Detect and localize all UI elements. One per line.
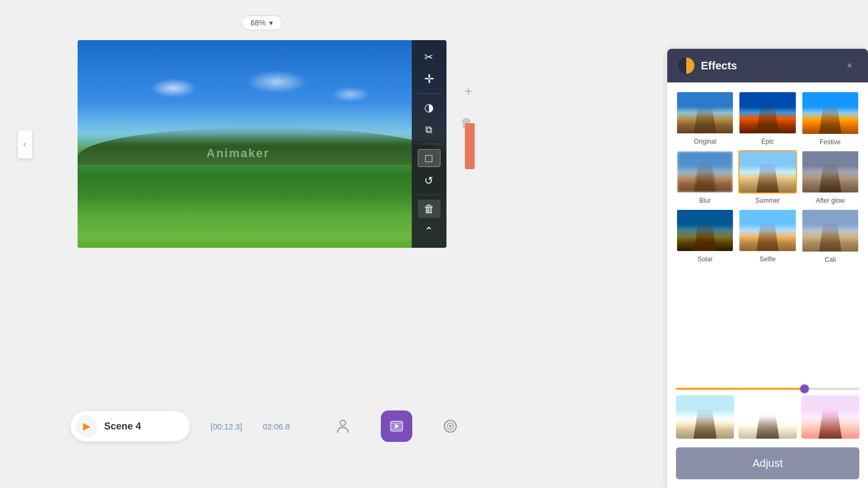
effect-label-selfie: Selfie xyxy=(760,255,776,263)
svg-point-6 xyxy=(447,423,454,429)
clouds-overlay xyxy=(114,57,410,119)
effect-thumb-epic xyxy=(738,91,796,134)
intensity-slider-track[interactable] xyxy=(676,388,859,390)
move-tool[interactable]: ✛ xyxy=(418,70,441,88)
effect-thumb-blur xyxy=(676,150,734,194)
left-arrow-button[interactable]: ‹ xyxy=(18,130,32,158)
trees-overlay xyxy=(78,127,446,165)
more-thumb-1[interactable] xyxy=(676,395,734,439)
zoom-control[interactable]: 68% ▾ xyxy=(241,15,282,30)
effect-item-epic[interactable]: Epic xyxy=(738,91,796,146)
scene-name: Scene 4 xyxy=(104,421,141,432)
more-thumb-2[interactable] xyxy=(738,395,796,439)
scissors-tool[interactable]: ✂ xyxy=(418,48,441,66)
effect-thumb-solar xyxy=(676,209,734,252)
toolbar-separator-2 xyxy=(415,144,443,144)
video-clips-button[interactable] xyxy=(381,410,412,442)
toolbar-separator-1 xyxy=(415,93,443,94)
effect-item-solar[interactable]: Solar xyxy=(676,209,734,264)
effects-title: Effects xyxy=(701,60,835,72)
intensity-slider-row xyxy=(667,384,868,395)
effects-header: Effects × xyxy=(667,49,868,82)
color-tool[interactable]: ◑ xyxy=(418,98,441,116)
effect-item-summer[interactable]: Summer xyxy=(738,150,796,205)
video-toolbar: ✂ ✛ ◑ ⧉ □ ↺ 🗑 ⌃ xyxy=(412,40,446,248)
effect-label-cali: Cali xyxy=(825,256,836,264)
effect-item-cali[interactable]: Cali xyxy=(801,209,859,264)
effect-item-festive[interactable]: Festive xyxy=(801,91,859,146)
video-frame: Animaker ✂ ✛ ◑ ⧉ □ ↺ 🗑 ⌃ xyxy=(78,40,446,248)
effects-close-button[interactable]: × xyxy=(842,58,857,73)
effect-item-original[interactable]: Original xyxy=(676,91,734,146)
video-container: ‹ Animaker ✂ ✛ ◑ ⧉ □ ↺ 🗑 ⌃ xyxy=(78,40,446,248)
effect-thumb-selfie xyxy=(738,209,796,252)
effect-thumb-afterglow xyxy=(801,150,859,194)
effect-item-selfie[interactable]: Selfie xyxy=(738,209,796,264)
time-duration: 02:06.8 xyxy=(263,422,290,431)
video-background: Animaker xyxy=(78,40,446,248)
play-icon: ▶ xyxy=(83,420,91,432)
toolbar-separator-3 xyxy=(415,195,443,195)
zoom-value: 68% xyxy=(251,18,266,27)
rotate-tool[interactable]: ↺ xyxy=(418,171,441,189)
effect-thumb-cali xyxy=(801,209,859,253)
zoom-dropdown-icon: ▾ xyxy=(269,18,273,27)
target-icon[interactable] xyxy=(439,415,461,437)
bottom-controls: ▶ Scene 4 [00:12.3] 02:06.8 xyxy=(71,410,461,442)
effects-grid: Original Epic Festive xyxy=(667,82,868,384)
more-effects-row xyxy=(667,395,868,444)
duplicate-tool[interactable]: ⧉ xyxy=(418,121,441,139)
effect-item-afterglow[interactable]: After glow xyxy=(801,150,859,205)
color-swatch xyxy=(465,123,475,169)
effect-item-blur[interactable]: Blur xyxy=(676,150,734,205)
adjust-button[interactable]: Adjust xyxy=(676,447,859,479)
effect-label-original: Original xyxy=(694,138,716,145)
svg-point-5 xyxy=(444,420,456,432)
collapse-tool[interactable]: ⌃ xyxy=(418,222,441,240)
effects-panel: Effects × Original Epic xyxy=(667,49,868,488)
effect-thumb-summer xyxy=(738,150,796,194)
effects-icon xyxy=(678,57,694,74)
svg-point-0 xyxy=(340,420,346,426)
more-thumb-3[interactable] xyxy=(801,395,859,439)
intensity-slider-thumb[interactable] xyxy=(800,384,809,393)
person-icon[interactable] xyxy=(332,415,354,437)
main-canvas-area: 68% ▾ ‹ Animaker ✂ ✛ ◑ ⧉ □ ↺ 🗑 xyxy=(0,0,524,488)
effect-label-blur: Blur xyxy=(699,197,711,204)
play-button[interactable]: ▶ xyxy=(76,415,98,437)
delete-tool[interactable]: 🗑 xyxy=(418,200,441,217)
effect-label-epic: Epic xyxy=(761,138,774,145)
add-button[interactable]: + xyxy=(464,84,472,99)
effect-label-festive: Festive xyxy=(820,138,841,146)
effect-label-summer: Summer xyxy=(755,197,780,204)
time-start: [00:12.3] xyxy=(210,422,242,431)
effect-label-afterglow: After glow xyxy=(816,197,845,204)
effect-label-solar: Solar xyxy=(698,255,713,263)
scene-control-bar: ▶ Scene 4 xyxy=(71,411,190,441)
effect-thumb-festive xyxy=(801,91,859,135)
svg-point-7 xyxy=(449,425,451,427)
mask-tool[interactable]: □ xyxy=(418,149,441,168)
effect-thumb-original xyxy=(676,91,734,134)
